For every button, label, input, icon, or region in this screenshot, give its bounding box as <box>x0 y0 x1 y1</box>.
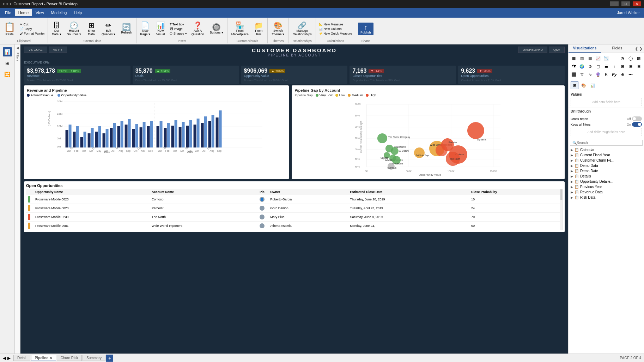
field-item-revenue-data[interactable]: ▶ 📋 Revenue Data <box>569 189 644 195</box>
gauge-icon[interactable]: ⊙ <box>586 62 594 70</box>
add-data-fields-zone[interactable]: Add data fields here <box>571 98 642 106</box>
fields-search-input[interactable] <box>577 141 640 145</box>
new-visual-button[interactable]: 📊 NewVisual <box>153 21 168 37</box>
multi-row-card-icon[interactable]: ☰ <box>602 62 610 70</box>
minimize-button[interactable]: ─ <box>610 1 619 6</box>
tab-summary[interactable]: Summary <box>83 355 105 361</box>
edit-queries-button[interactable]: ✏ EditQueries ▾ <box>99 21 118 37</box>
field-item-risk-data[interactable]: ▶ 📋 Risk Data <box>569 195 644 200</box>
line-chart-icon[interactable]: 📈 <box>594 54 602 62</box>
format-painter-button[interactable]: 🖌 Format Painter <box>18 31 46 36</box>
ai-icon[interactable]: 🔮 <box>594 71 602 78</box>
tab-pipeline[interactable]: Pipeline ✕ <box>31 355 56 361</box>
tab-view[interactable]: View <box>32 9 48 16</box>
more-visuals-icon[interactable]: ••• <box>627 71 634 78</box>
scatter-icon[interactable]: ⋯ <box>610 54 618 62</box>
ask-question-button[interactable]: ❓ Ask AQuestion <box>189 21 207 37</box>
field-item-prev-year[interactable]: ▶ 📋 Previous Year <box>569 184 644 189</box>
tab-churn-risk[interactable]: Churn Risk <box>57 355 82 361</box>
waterfall-icon[interactable]: ⬛ <box>570 71 578 78</box>
close-button[interactable]: ✕ <box>633 1 641 6</box>
shapes-button[interactable]: ⬡ Shapes ▾ <box>168 31 188 36</box>
manage-relationships-button[interactable]: 🔗 ManageRelationships <box>290 21 314 37</box>
clustered-bar-icon[interactable]: ▥ <box>578 54 586 62</box>
from-marketplace-button[interactable]: 🏪 FromMarketplace <box>229 21 251 37</box>
field-item-fiscal-year[interactable]: ▶ 📋 Current Fiscal Year <box>569 152 644 158</box>
switch-theme-button[interactable]: 🎨 SwitchTheme ▾ <box>269 21 287 37</box>
table-scrollbar[interactable] <box>560 189 563 230</box>
field-item-demo-data[interactable]: ▶ 📋 Demo Data <box>569 163 644 168</box>
card-icon[interactable]: ▢ <box>594 62 602 70</box>
paste-button[interactable]: 📋 Paste <box>1 20 18 37</box>
data-view-button[interactable]: ⊞ <box>3 59 12 68</box>
buttons-button[interactable]: 🔘 Buttons ▾ <box>207 23 226 35</box>
tab-help[interactable]: Help <box>70 9 85 16</box>
filter-panel-toggle[interactable]: ◀ Filters <box>15 44 20 354</box>
stacked-bar-icon[interactable]: ▦ <box>570 54 578 62</box>
vs-py-button[interactable]: VS PY <box>49 47 67 53</box>
cross-report-toggle[interactable] <box>632 116 642 121</box>
recent-sources-button[interactable]: 🕐 RecentSources ▾ <box>65 21 84 37</box>
new-page-button[interactable]: 📄 NewPage ▾ <box>138 21 153 37</box>
matrix-icon[interactable]: ⊟ <box>635 62 643 70</box>
exec-kpis-title: EXECUTIVE KPIs <box>24 61 565 64</box>
field-item-demo-date[interactable]: ▶ 📋 Demo Date <box>569 168 644 174</box>
maximize-button[interactable]: □ <box>621 1 630 6</box>
tab-detail[interactable]: Detail <box>13 355 30 361</box>
keep-filters-toggle[interactable] <box>632 122 642 127</box>
expand-panel-button[interactable]: ❮ <box>635 46 638 51</box>
map-icon[interactable]: 🗺 <box>570 62 578 70</box>
kpi-icon[interactable]: ↑ <box>610 62 618 70</box>
fields-tab[interactable]: Fields <box>601 44 633 53</box>
pie-icon[interactable]: ◔ <box>619 54 626 62</box>
prev-page-button[interactable]: ◀ <box>3 356 6 361</box>
model-view-button[interactable]: 🔀 <box>3 70 12 79</box>
treemap-icon[interactable]: ▩ <box>635 54 643 62</box>
visualizations-tab[interactable]: Visualizations <box>569 44 601 53</box>
100pct-bar-icon[interactable]: ▤ <box>586 54 594 62</box>
field-item-details[interactable]: ▶ 📋 Details <box>569 174 644 179</box>
slicer-icon[interactable]: ⊟ <box>619 62 626 70</box>
window-controls[interactable]: ─ □ ✕ <box>610 1 641 6</box>
python-icon[interactable]: Py <box>610 71 618 78</box>
table-icon[interactable]: ⊞ <box>627 62 634 70</box>
report-view-button[interactable]: 📊 <box>3 47 12 56</box>
scrollbar-thumb[interactable] <box>560 189 563 200</box>
new-measure-button[interactable]: 📐 New Measure <box>317 22 354 26</box>
dashboard-button[interactable]: DASHBOARD <box>518 47 547 53</box>
share-items: ↑ Publish <box>358 19 373 38</box>
funnel-icon[interactable]: ▽ <box>578 71 586 78</box>
area-chart-icon[interactable]: 📉 <box>602 54 610 62</box>
from-file-button[interactable]: 📁 FromFile <box>252 21 266 37</box>
text-box-button[interactable]: T Text box <box>168 22 188 26</box>
filled-map-icon[interactable]: 🌍 <box>578 62 586 70</box>
image-button[interactable]: 🖼 Image <box>168 27 188 31</box>
new-column-button[interactable]: 📊 New Column <box>317 27 354 31</box>
tab-home[interactable]: Home <box>15 9 32 16</box>
field-item-opp-details[interactable]: ▶ 📋 Opportunity Detaile... <box>569 179 644 184</box>
next-page-button[interactable]: ▶ <box>7 356 11 361</box>
get-data-button[interactable]: 🗄 GetData ▾ <box>49 21 64 37</box>
ribbon-chart-icon[interactable]: ∿ <box>586 71 594 78</box>
publish-button[interactable]: ↑ Publish <box>358 23 373 35</box>
tab-file[interactable]: File <box>1 9 15 16</box>
refresh-button[interactable]: 🔄 Refresh <box>119 23 135 35</box>
qa-button[interactable]: Q&A <box>549 47 565 53</box>
copy-button[interactable]: 📄 Copy <box>18 27 46 31</box>
vs-goal-button[interactable]: VS GOAL <box>24 47 47 53</box>
field-item-calendar[interactable]: ▶ 📋 Calendar <box>569 147 644 152</box>
fields-format-icon[interactable]: ⊞ <box>571 82 578 89</box>
analytics-icon[interactable]: 📊 <box>589 82 597 89</box>
field-item-churn[interactable]: ▶ 📋 Customer Churn Pe... <box>569 158 644 163</box>
drillthrough-fields-zone[interactable]: Add drillthrough fields here <box>571 128 642 136</box>
add-page-button[interactable]: + <box>106 355 113 362</box>
paint-format-icon[interactable]: 🎨 <box>580 82 588 89</box>
donut-icon[interactable]: ◯ <box>627 54 634 62</box>
custom-visual-icon[interactable]: ⊕ <box>619 71 626 78</box>
tab-modeling[interactable]: Modeling <box>48 9 71 16</box>
collapse-panel-button[interactable]: ❯ <box>639 46 643 51</box>
cut-button[interactable]: ✂ Cut <box>18 22 46 26</box>
enter-data-button[interactable]: ⊞ EnterData <box>84 21 98 37</box>
r-visual-icon[interactable]: R <box>602 71 610 78</box>
new-quick-measure-button[interactable]: ⚡ New Quick Measure <box>317 31 354 36</box>
